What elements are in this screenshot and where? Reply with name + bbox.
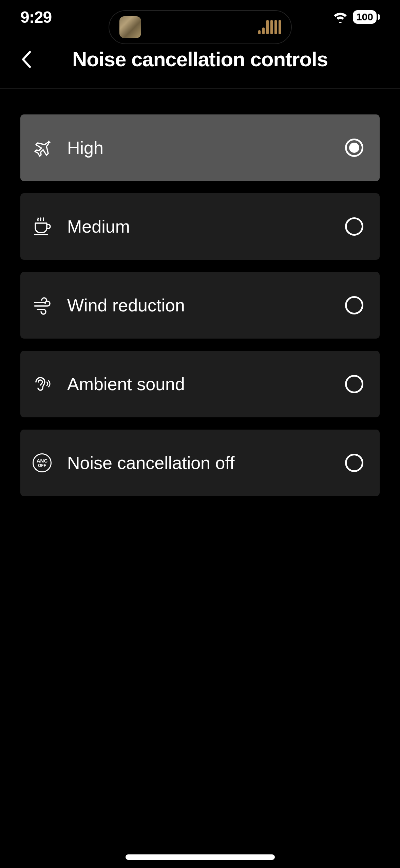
radio-unselected[interactable] [345,375,363,393]
anc-subtext: OFF [38,464,46,468]
battery-level: 100 [353,10,377,24]
option-label: Medium [67,216,329,237]
anc-off-icon: ANC OFF [33,453,52,472]
options-list: High Medium Wind reduction [0,89,400,496]
option-high[interactable]: High [20,114,380,181]
radio-unselected[interactable] [345,454,363,472]
radio-unselected[interactable] [345,296,363,314]
home-indicator[interactable] [126,854,275,860]
coffee-icon [33,217,52,236]
option-ambient-sound[interactable]: Ambient sound [20,351,380,417]
audio-visualizer-icon [258,20,281,34]
radio-selected[interactable] [345,139,363,157]
airplane-icon [33,138,52,157]
radio-unselected[interactable] [345,217,363,236]
status-bar: 9:29 100 [0,0,400,34]
page-title: Noise cancellation controls [20,48,380,71]
battery-indicator: 100 [353,10,380,24]
now-playing-art-icon [119,16,141,38]
status-indicators: 100 [312,10,380,24]
wind-icon [33,296,52,315]
ear-icon [33,375,52,394]
wifi-icon [332,11,348,23]
option-medium[interactable]: Medium [20,193,380,260]
option-label: Wind reduction [67,295,329,315]
option-wind-reduction[interactable]: Wind reduction [20,272,380,339]
anc-text: ANC [37,458,48,464]
option-label: High [67,138,329,158]
status-time: 9:29 [20,8,88,26]
option-label: Ambient sound [67,374,329,394]
option-label: Noise cancellation off [67,453,329,473]
option-noise-cancellation-off[interactable]: ANC OFF Noise cancellation off [20,430,380,496]
dynamic-island[interactable] [109,10,292,44]
